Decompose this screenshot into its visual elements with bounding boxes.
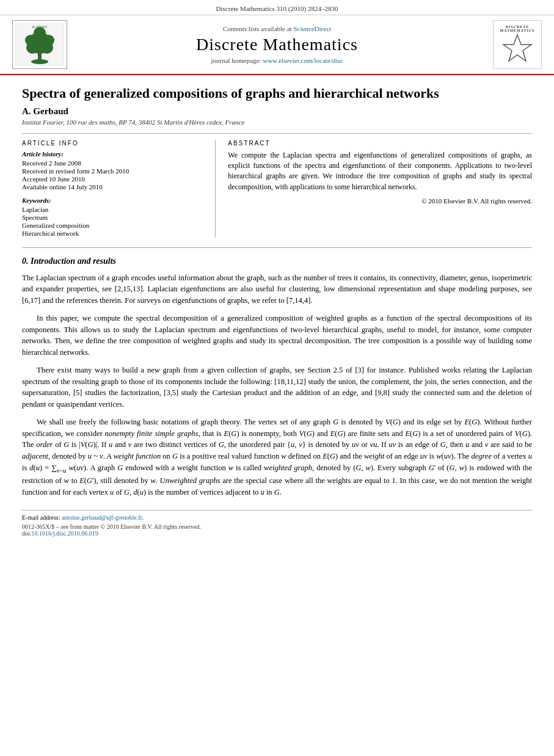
- svg-marker-10: [503, 35, 531, 61]
- banner-right: DISCRETEMATHEMATICS: [481, 20, 542, 69]
- history-item-4: Available online 14 July 2010: [22, 183, 203, 191]
- info-section: ARTICLE INFO Article history: Received 2…: [22, 133, 532, 238]
- svg-point-2: [31, 59, 48, 64]
- keywords-label: Keywords:: [22, 197, 203, 204]
- journal-logo-label: DISCRETEMATHEMATICS: [500, 25, 535, 32]
- elsevier-banner: ELSEVIER Contents lists available at Sci…: [0, 15, 554, 75]
- svg-text:ELSEVIER: ELSEVIER: [32, 25, 48, 29]
- history-item-1: Received 2 June 2008: [22, 159, 203, 167]
- paragraph-2: In this paper, we compute the spectral d…: [22, 313, 532, 358]
- footer-copyright: 0012-365X/$ – see front matter © 2010 El…: [22, 523, 532, 530]
- journal-title: Discrete Mathematics: [73, 35, 481, 54]
- contents-line: Contents lists available at ScienceDirec…: [73, 25, 481, 32]
- keyword-1: Laplacian: [22, 206, 203, 213]
- elsevier-tree-icon: ELSEVIER: [15, 23, 64, 66]
- journal-logo-box: DISCRETEMATHEMATICS: [493, 20, 542, 69]
- abstract-text: We compute the Laplacian spectra and eig…: [228, 150, 532, 193]
- journal-citation: Discrete Mathematics 310 (2010) 2824–283…: [216, 5, 338, 12]
- paragraph-4: We shall use freely the following basic …: [22, 416, 532, 498]
- sciencedirect-link[interactable]: ScienceDirect: [293, 25, 331, 32]
- paragraph-1: The Laplacian spectrum of a graph encode…: [22, 272, 532, 307]
- paragraph-3: There exist many ways to build a new gra…: [22, 365, 532, 410]
- doi-link[interactable]: 10.1016/j.disc.2010.06.019: [32, 530, 98, 537]
- email-link[interactable]: antoine.gerbaud@ujf-grenoble.fr: [62, 514, 142, 521]
- footer-doi: doi:10.1016/j.disc.2010.06.019: [22, 530, 532, 537]
- elsevier-logo: ELSEVIER: [12, 20, 73, 69]
- keyword-4: Hierarchical network: [22, 230, 203, 237]
- keyword-3: Generalized composition: [22, 222, 203, 229]
- footer-email: E-mail address: antoine.gerbaud@ujf-gren…: [22, 514, 532, 521]
- pentagram-icon: [502, 34, 533, 64]
- homepage-link[interactable]: www.elsevier.com/locate/disc: [263, 57, 343, 64]
- history-item-3: Accepted 10 June 2010: [22, 175, 203, 183]
- section-0-heading: 0. Introduction and results: [22, 256, 532, 266]
- article-affiliation: Institut Fourier, 100 rue des maths, BP …: [22, 118, 532, 126]
- main-content: Spectra of generalized compositions of g…: [0, 75, 554, 549]
- homepage-line: journal homepage: www.elsevier.com/locat…: [73, 57, 481, 64]
- svg-point-6: [25, 35, 36, 46]
- banner-center: Contents lists available at ScienceDirec…: [73, 25, 481, 64]
- history-label: Article history:: [22, 150, 203, 158]
- copyright-line: © 2010 Elsevier B.V. All rights reserved…: [228, 197, 532, 205]
- history-item-2: Received in revised form 2 March 2010: [22, 167, 203, 175]
- svg-point-7: [43, 35, 54, 46]
- article-info-label: ARTICLE INFO: [22, 140, 203, 147]
- svg-point-8: [34, 27, 46, 39]
- footer-divider: [22, 510, 532, 511]
- section-divider: [22, 247, 532, 248]
- article-title: Spectra of generalized compositions of g…: [22, 85, 532, 103]
- article-info-column: ARTICLE INFO Article history: Received 2…: [22, 140, 216, 238]
- abstract-label: ABSTRACT: [228, 140, 532, 147]
- article-author: A. Gerbaud: [22, 106, 532, 117]
- journal-header: Discrete Mathematics 310 (2010) 2824–283…: [0, 0, 554, 15]
- keyword-2: Spectrum: [22, 214, 203, 221]
- abstract-column: ABSTRACT We compute the Laplacian spectr…: [216, 140, 532, 238]
